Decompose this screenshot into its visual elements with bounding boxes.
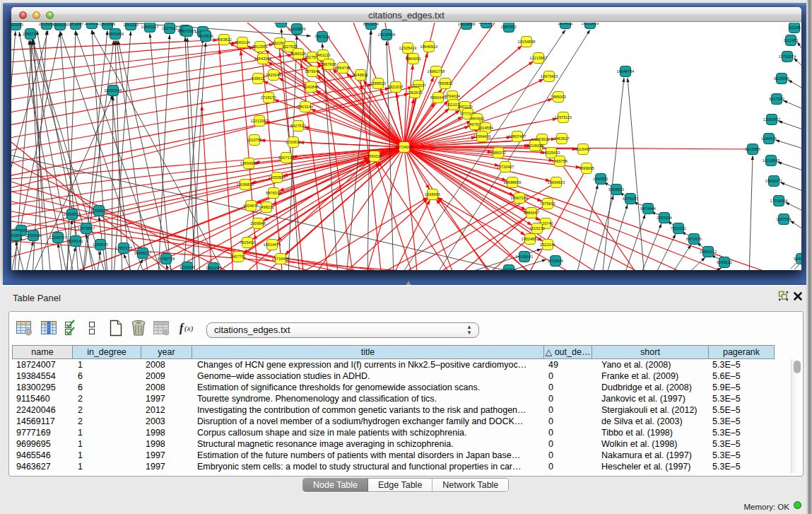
- svg-text:8912951: 8912951: [252, 45, 268, 49]
- svg-text:9227343: 9227343: [769, 97, 784, 101]
- svg-text:9699695: 9699695: [579, 166, 594, 170]
- svg-text:2522141: 2522141: [540, 243, 555, 247]
- svg-text:1938455: 1938455: [425, 192, 440, 197]
- svg-text:1010755: 1010755: [247, 138, 262, 142]
- svg-text:10973403: 10973403: [541, 74, 558, 78]
- svg-text:8990443: 8990443: [430, 95, 446, 100]
- svg-text:1604676: 1604676: [243, 204, 259, 208]
- svg-text:8322037: 8322037: [388, 85, 404, 89]
- svg-text:20364436: 20364436: [473, 134, 491, 139]
- svg-text:8186328: 8186328: [290, 52, 306, 56]
- svg-text:1250515: 1250515: [93, 243, 108, 247]
- svg-text:19166825: 19166825: [237, 182, 254, 187]
- svg-text:1145141: 1145141: [68, 239, 83, 243]
- svg-text:(x): (x): [184, 324, 194, 333]
- svg-text:5461123: 5461123: [315, 53, 330, 57]
- svg-text:9884067: 9884067: [524, 211, 539, 215]
- svg-text:18724007: 18724007: [396, 145, 413, 149]
- svg-text:1244415: 1244415: [761, 136, 777, 141]
- svg-text:1440951: 1440951: [593, 177, 608, 181]
- svg-text:16033809: 16033809: [582, 23, 599, 25]
- svg-text:7632621: 7632621: [671, 226, 686, 230]
- svg-text:16782759: 16782759: [158, 257, 175, 261]
- svg-text:10653267: 10653267: [141, 25, 159, 29]
- svg-text:8660124: 8660124: [235, 40, 250, 45]
- svg-text:2156829: 2156829: [25, 233, 41, 238]
- svg-text:391541: 391541: [11, 233, 22, 238]
- svg-text:2986372: 2986372: [490, 151, 506, 155]
- svg-text:1362615: 1362615: [407, 90, 423, 95]
- svg-text:1588520: 1588520: [370, 81, 386, 86]
- svg-text:111245: 111245: [788, 25, 801, 30]
- svg-text:16033809: 16033809: [288, 27, 306, 31]
- svg-text:1527602: 1527602: [162, 26, 177, 30]
- svg-text:7663822: 7663822: [216, 37, 232, 42]
- svg-text:2718170: 2718170: [261, 95, 276, 100]
- svg-text:1919317: 1919317: [273, 23, 289, 24]
- svg-text:3875645: 3875645: [305, 69, 320, 74]
- svg-text:12325419: 12325419: [399, 46, 417, 50]
- svg-text:10654112: 10654112: [700, 250, 717, 254]
- svg-text:1830029: 1830029: [367, 154, 382, 158]
- svg-text:1495758: 1495758: [552, 159, 567, 163]
- svg-text:1292346: 1292346: [180, 265, 195, 269]
- svg-text:17016504: 17016504: [770, 199, 788, 203]
- svg-text:1615132: 1615132: [529, 226, 545, 230]
- svg-text:12093822: 12093822: [763, 117, 781, 122]
- svg-text:20691406: 20691406: [107, 32, 124, 36]
- svg-text:18640910: 18640910: [420, 45, 438, 49]
- svg-text:8813054: 8813054: [363, 23, 379, 26]
- svg-text:12213363: 12213363: [251, 119, 269, 123]
- svg-text:5938923: 5938923: [608, 187, 624, 192]
- svg-text:16914479: 16914479: [264, 243, 281, 247]
- svg-text:9242848: 9242848: [303, 85, 319, 89]
- svg-text:1167534: 1167534: [776, 217, 791, 221]
- svg-text:7975692: 7975692: [540, 201, 555, 206]
- svg-text:9146821: 9146821: [353, 73, 368, 77]
- svg-text:19654923: 19654923: [548, 180, 565, 185]
- svg-text:939611: 939611: [252, 76, 264, 81]
- svg-text:10671355: 10671355: [179, 29, 196, 33]
- svg-text:20206526: 20206526: [64, 212, 81, 216]
- svg-text:9245012: 9245012: [794, 257, 801, 261]
- svg-text:15692971: 15692971: [765, 179, 783, 183]
- svg-text:1092345: 1092345: [501, 268, 517, 270]
- svg-text:6216000: 6216000: [527, 144, 543, 148]
- svg-text:12975115: 12975115: [555, 115, 572, 119]
- svg-text:6379197: 6379197: [623, 197, 638, 201]
- svg-text:15720407: 15720407: [497, 165, 514, 169]
- svg-text:7515526: 7515526: [198, 34, 213, 38]
- svg-text:1051867: 1051867: [68, 23, 83, 26]
- svg-text:17957275: 17957275: [115, 246, 133, 250]
- svg-text:19654985: 19654985: [240, 161, 258, 165]
- svg-text:1802117: 1802117: [478, 23, 493, 25]
- svg-text:8454749: 8454749: [335, 66, 351, 70]
- svg-text:15716485: 15716485: [272, 257, 290, 261]
- svg-text:1700632: 1700632: [286, 140, 301, 144]
- svg-text:7625402: 7625402: [240, 240, 255, 245]
- svg-text:12359928: 12359928: [90, 209, 108, 213]
- svg-text:9463627: 9463627: [554, 136, 570, 141]
- svg-text:10025433: 10025433: [543, 151, 560, 155]
- svg-text:2933114: 2933114: [657, 216, 671, 220]
- svg-text:2087652: 2087652: [501, 25, 517, 29]
- svg-text:5878312: 5878312: [266, 191, 281, 195]
- svg-text:f: f: [180, 322, 184, 334]
- svg-text:3215958: 3215958: [745, 147, 760, 151]
- svg-text:10688609: 10688609: [504, 180, 522, 185]
- svg-text:19218506: 19218506: [378, 33, 396, 37]
- svg-text:16543362: 16543362: [254, 57, 272, 61]
- svg-text:1991296: 1991296: [206, 266, 221, 270]
- svg-text:8427512: 8427512: [290, 124, 306, 128]
- svg-text:14353504: 14353504: [269, 175, 286, 180]
- svg-text:10958157: 10958157: [134, 251, 152, 255]
- svg-text:1604811: 1604811: [558, 23, 572, 25]
- svg-text:1909948: 1909948: [250, 221, 266, 226]
- svg-text:6794024: 6794024: [445, 94, 460, 98]
- svg-text:12342757: 12342757: [49, 235, 67, 240]
- svg-text:16210643: 16210643: [763, 158, 780, 163]
- svg-text:16648784: 16648784: [617, 69, 635, 74]
- svg-text:3024554: 3024554: [478, 126, 493, 130]
- svg-text:18907249: 18907249: [511, 196, 529, 200]
- svg-text:7857224: 7857224: [314, 35, 330, 39]
